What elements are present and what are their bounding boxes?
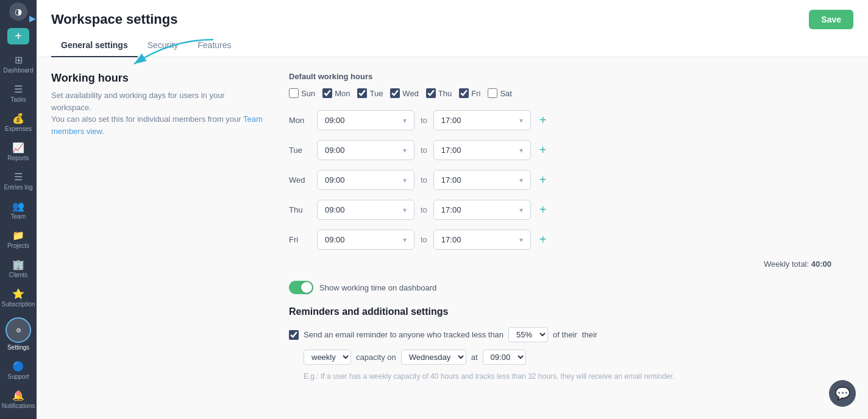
from-time-value: 09:00 (325, 235, 345, 244)
to-label: to (421, 205, 427, 214)
to-time-select-wed[interactable]: 17:00 ▾ (433, 170, 531, 190)
reminder-period-select[interactable]: weekly daily (304, 350, 351, 365)
expenses-icon: 💰 (12, 113, 24, 124)
day-label-sun: Sun (301, 89, 315, 98)
checkbox-fri[interactable] (459, 88, 469, 98)
day-check-tue: Tue (357, 88, 383, 98)
to-label: to (421, 116, 427, 125)
sidebar-item-projects[interactable]: 📁 Projects (0, 225, 37, 254)
sidebar-item-clients[interactable]: 🏢 Clients (0, 254, 37, 283)
settings-icon: ⚙ (16, 327, 21, 334)
dashboard-toggle[interactable] (289, 281, 313, 294)
reminder-day-select[interactable]: Wednesday Monday Tuesday Thursday Friday (401, 350, 466, 365)
right-settings-panel: Default working hours Sun Mon Tue (289, 72, 853, 381)
sidebar-item-tasks[interactable]: ☰ Tasks (0, 79, 37, 108)
sidebar-item-support[interactable]: 🔵 Support (0, 356, 37, 385)
add-time-slot-button[interactable]: + (539, 143, 547, 157)
tasks-icon: ☰ (14, 83, 23, 95)
sidebar-item-label: Clients (9, 272, 28, 278)
save-button[interactable]: Save (809, 10, 853, 29)
to-time-value: 17:00 (441, 235, 461, 244)
sidebar-item-expenses[interactable]: 💰 Expenses (0, 108, 37, 137)
time-row-tue: Tue 09:00 ▾ to 17:00 ▾ + (289, 140, 853, 160)
chevron-down-icon: ▾ (519, 236, 523, 244)
day-check-sat: Sat (488, 88, 512, 98)
chevron-down-icon: ▾ (403, 116, 407, 125)
to-time-select-mon[interactable]: 17:00 ▾ (433, 110, 531, 130)
add-time-slot-button[interactable]: + (539, 203, 547, 217)
clients-icon: 🏢 (12, 259, 24, 270)
from-time-select-mon[interactable]: 09:00 ▾ (317, 110, 414, 130)
sidebar-item-settings[interactable]: ⚙ Settings (0, 312, 37, 356)
sidebar-item-label: Tasks (10, 96, 26, 103)
sidebar-item-dashboard[interactable]: ⊞ Dashboard (0, 49, 37, 79)
sidebar-item-team[interactable]: 👥 Team (0, 195, 37, 225)
time-day-label: Wed (289, 175, 311, 185)
chevron-down-icon: ▾ (403, 146, 407, 155)
from-time-select-wed[interactable]: 09:00 ▾ (317, 170, 414, 190)
day-label-sat: Sat (500, 89, 512, 98)
chevron-down-icon: ▾ (519, 116, 523, 125)
sidebar-item-label: Projects (7, 242, 29, 249)
day-checkboxes: Sun Mon Tue Wed (289, 88, 853, 98)
page-title: Workspace settings (51, 12, 177, 27)
from-time-value: 09:00 (325, 116, 345, 125)
logo-icon: ◑ (9, 2, 27, 21)
sidebar-item-entries-log[interactable]: ☰ Entries log (0, 166, 37, 195)
from-time-select-tue[interactable]: 09:00 ▾ (317, 140, 414, 160)
checkbox-wed[interactable] (390, 88, 400, 98)
default-wh-label: Default working hours (289, 72, 853, 81)
tab-features[interactable]: Features (188, 34, 241, 57)
checkbox-tue[interactable] (357, 88, 367, 98)
tab-security[interactable]: Security (138, 34, 188, 57)
weekly-total-value: 40:00 (811, 259, 831, 269)
chevron-down-icon: ▾ (403, 176, 407, 185)
from-time-select-thu[interactable]: 09:00 ▾ (317, 200, 414, 220)
entries-log-icon: ☰ (14, 171, 23, 183)
checkbox-sun[interactable] (289, 88, 299, 98)
day-check-sun: Sun (289, 88, 315, 98)
reminder-percent-select[interactable]: 55% 50% 60% 70% 80% (508, 327, 548, 342)
sidebar-item-label: Team (11, 213, 26, 220)
tab-general-settings[interactable]: General settings (51, 34, 138, 57)
add-time-slot-button[interactable]: + (539, 233, 547, 247)
day-label-thu: Thu (438, 89, 452, 98)
day-label-tue: Tue (369, 89, 383, 98)
sidebar-item-notifications[interactable]: 🔔 Notifications (0, 385, 37, 414)
from-time-value: 09:00 (325, 175, 345, 185)
left-description-panel: Working hours Set availability and worki… (51, 72, 265, 381)
chat-bubble[interactable]: 💬 (829, 380, 856, 407)
sidebar-item-label: Settings (7, 344, 29, 351)
checkbox-mon[interactable] (322, 88, 332, 98)
sidebar-expand-icon[interactable]: ▶ (29, 13, 36, 23)
to-label: to (421, 146, 427, 155)
checkbox-thu[interactable] (426, 88, 436, 98)
section-description: Set availability and working days for us… (51, 90, 265, 137)
time-day-label: Fri (289, 235, 311, 244)
subscription-icon: ⭐ (12, 288, 24, 300)
reports-icon: 📈 (12, 142, 24, 153)
sidebar-bottom: 🔵 Support 🔔 Notifications (0, 356, 37, 419)
reminder-checkbox[interactable] (289, 330, 299, 340)
checkbox-sat[interactable] (488, 88, 497, 98)
chevron-down-icon: ▾ (403, 206, 407, 214)
add-time-slot-button[interactable]: + (539, 173, 547, 187)
to-label: to (421, 175, 427, 185)
sidebar-item-label: Subscription (1, 301, 35, 308)
reminder-time-select[interactable]: 09:00 08:00 10:00 (483, 350, 526, 365)
reminders-title: Reminders and additional settings (289, 306, 853, 317)
add-button[interactable]: + (7, 28, 29, 44)
sidebar-item-reports[interactable]: 📈 Reports (0, 137, 37, 166)
from-time-select-fri[interactable]: 09:00 ▾ (317, 230, 414, 250)
sidebar-item-subscription[interactable]: ⭐ Subscription (0, 283, 37, 312)
reminder-text-1: Send an email reminder to anyone who tra… (304, 330, 503, 339)
day-label-wed: Wed (402, 89, 419, 98)
reminder-row-2: weekly daily capacity on Wednesday Monda… (304, 350, 853, 365)
to-time-select-fri[interactable]: 17:00 ▾ (433, 230, 531, 250)
add-time-slot-button[interactable]: + (539, 113, 547, 127)
to-time-select-thu[interactable]: 17:00 ▾ (433, 200, 531, 220)
settings-icon-ring: ⚙ (5, 317, 31, 343)
time-row-wed: Wed 09:00 ▾ to 17:00 ▾ + (289, 170, 853, 190)
to-time-select-tue[interactable]: 17:00 ▾ (433, 140, 531, 160)
projects-icon: 📁 (12, 230, 24, 241)
